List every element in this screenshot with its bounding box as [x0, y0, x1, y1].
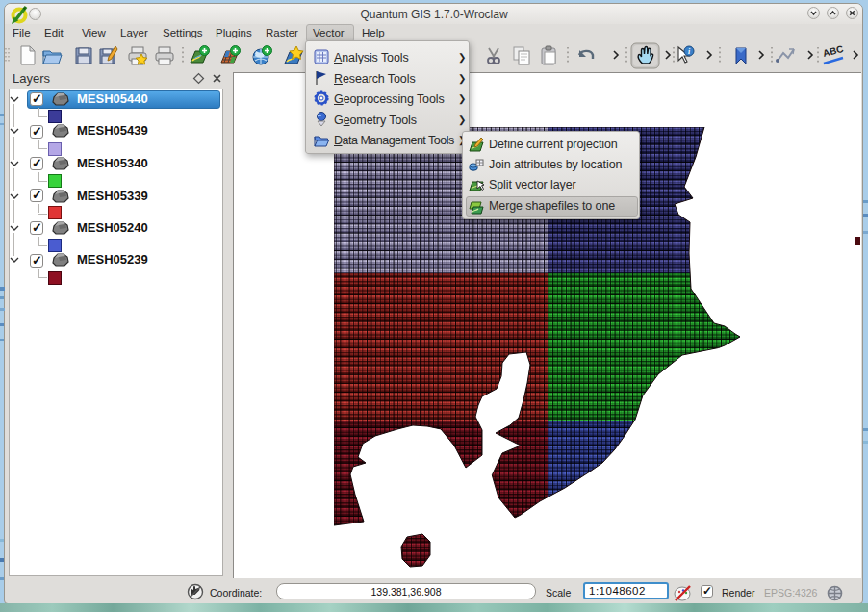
svg-text:ABC: ABC [822, 43, 845, 59]
